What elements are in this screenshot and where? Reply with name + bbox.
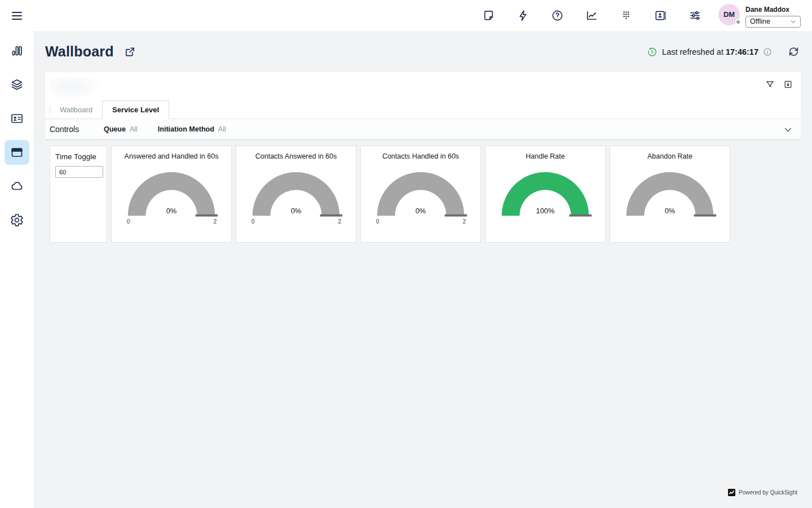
gauge-target-tick — [445, 214, 467, 217]
gauge-value: 0% — [416, 207, 426, 215]
refresh-group: Last refreshed at 17:46:17 — [647, 46, 800, 58]
gauge-value: 0% — [291, 207, 302, 215]
gauge-min-label: 0 — [251, 218, 255, 225]
gauge-target-tick — [196, 214, 218, 217]
status-dot — [735, 19, 741, 25]
controls-label: Controls — [50, 125, 104, 134]
last-refreshed-time: 17:46:17 — [726, 47, 758, 56]
filter-icon[interactable] — [765, 80, 775, 89]
quicksight-logo-icon — [728, 489, 735, 496]
gauge-value: 0% — [665, 207, 676, 215]
bar-chart-icon — [10, 44, 24, 58]
gauge-card: Handle Rate 100% — [485, 146, 606, 243]
status-dropdown[interactable]: Offline — [745, 16, 801, 28]
main-content: Wallboard Last refreshed at 17:46:17 — [34, 31, 812, 508]
dashboard-panel: Wallboard Service Level Controls Queue A… — [45, 72, 801, 140]
title-row: Wallboard Last refreshed at 17:46:17 — [34, 31, 812, 72]
sticky-note-icon[interactable] — [482, 9, 495, 22]
tabs-row: Wallboard Service Level — [45, 72, 801, 119]
gauge-chart: 0% 0 2 — [365, 164, 476, 227]
collapse-chevron-icon[interactable] — [783, 125, 793, 134]
gauge-card: Abandon Rate 0% — [610, 146, 730, 243]
sidebar-item-metrics[interactable] — [5, 38, 29, 63]
time-toggle-label: Time Toggle — [55, 152, 102, 161]
tab-service-level[interactable]: Service Level — [102, 100, 169, 119]
cards-row: Time Toggle Answered and Handled in 60s … — [50, 146, 801, 243]
cloud-icon — [10, 179, 24, 193]
top-bar: DM Dane Maddox Offline — [34, 0, 812, 31]
gauge-min-label: 0 — [127, 218, 130, 225]
gauge-max-label: 2 — [213, 218, 217, 225]
user-name: Dane Maddox — [745, 6, 801, 14]
sidebar-item-settings[interactable] — [5, 208, 29, 233]
user-block: DM Dane Maddox Offline — [718, 4, 801, 28]
gauge-card: Contacts Handled in 60s 0% 0 2 — [360, 146, 481, 243]
sidebar-item-cloud[interactable] — [5, 174, 29, 199]
quicksight-footer: Powered by QuickSight — [728, 489, 797, 496]
tab-wallboard[interactable]: Wallboard — [50, 102, 102, 119]
refresh-icon[interactable] — [788, 46, 800, 58]
gauge-max-label: 2 — [462, 218, 466, 225]
gear-icon — [10, 213, 24, 227]
gauge-chart: 0% — [614, 164, 726, 227]
gauge-max-label: 2 — [338, 218, 341, 225]
layers-icon — [10, 78, 24, 91]
gauge-title: Contacts Answered in 60s — [255, 152, 337, 160]
sidebar-item-contacts[interactable] — [5, 106, 29, 131]
last-refreshed-label: Last refreshed at 17:46:17 — [662, 47, 758, 56]
chevron-down-icon — [790, 19, 796, 25]
id-card-icon — [10, 112, 24, 125]
gauge-chart: 0% 0 2 — [240, 164, 352, 227]
dialpad-icon[interactable] — [620, 9, 633, 22]
time-toggle-input[interactable] — [55, 166, 103, 178]
panel-actions — [765, 80, 793, 89]
loading-watermark — [50, 76, 103, 100]
left-sidebar — [0, 0, 34, 508]
sidebar-item-flows[interactable] — [5, 72, 29, 97]
timer-icon — [647, 47, 657, 57]
gauge-target-tick — [320, 214, 343, 217]
filter-queue[interactable]: Queue All — [104, 125, 138, 133]
gauge-title: Abandon Rate — [647, 152, 692, 160]
quicksight-footer-text: Powered by QuickSight — [739, 489, 797, 496]
gauge-title: Handle Rate — [526, 152, 565, 160]
gauge-card: Answered and Handled in 60s 0% 0 2 — [111, 146, 232, 243]
gauge-target-tick — [570, 214, 592, 217]
time-toggle-card: Time Toggle — [50, 146, 107, 243]
gauge-value: 100% — [536, 207, 555, 215]
gauge-title: Contacts Handled in 60s — [382, 152, 459, 160]
line-chart-icon[interactable] — [585, 9, 598, 22]
filter-initiation-method[interactable]: Initiation Method All — [158, 125, 226, 133]
sliders-icon[interactable] — [689, 9, 701, 22]
info-icon[interactable] — [763, 47, 772, 56]
status-value: Offline — [750, 17, 770, 25]
lightning-icon[interactable] — [517, 9, 529, 22]
gauge-chart: 0% 0 2 — [116, 164, 227, 227]
sidebar-nav — [5, 38, 29, 242]
external-link-icon[interactable] — [123, 45, 136, 58]
export-icon[interactable] — [783, 80, 793, 89]
gauge-card: Contacts Answered in 60s 0% 0 2 — [236, 146, 356, 243]
top-bar-icons — [482, 9, 701, 22]
browser-window-icon — [10, 146, 24, 159]
gauge-title: Answered and Handled in 60s — [125, 152, 219, 160]
gauge-target-tick — [694, 214, 717, 217]
gauge-value: 0% — [166, 207, 177, 215]
page-title: Wallboard — [45, 43, 114, 60]
menu-icon[interactable] — [10, 9, 24, 23]
controls-row: Controls Queue All Initiation Method All — [45, 119, 801, 140]
sidebar-item-wallboard[interactable] — [5, 140, 29, 165]
contact-book-icon[interactable] — [654, 9, 667, 22]
help-icon[interactable] — [551, 9, 564, 22]
gauge-chart: 100% — [489, 164, 601, 227]
gauge-min-label: 0 — [376, 218, 379, 225]
